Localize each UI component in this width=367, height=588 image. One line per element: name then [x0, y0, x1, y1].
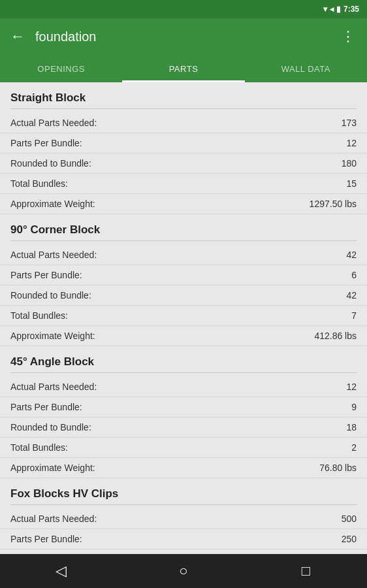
data-row: Approximate Weight:76.80 lbs: [0, 458, 367, 478]
row-label: Approximate Weight:: [10, 463, 95, 473]
section-1: 90° Corner Block: [0, 214, 367, 245]
nav-home-button[interactable]: ○: [164, 558, 203, 584]
row-value: 412.86 lbs: [314, 331, 357, 341]
app-title: foundation: [35, 29, 341, 44]
section-divider-3: [10, 504, 357, 505]
section-divider-1: [10, 240, 357, 241]
row-label: Rounded to Bundle:: [10, 422, 91, 433]
row-label: Rounded to Bundle:: [10, 158, 91, 169]
section-title-0: Straight Block: [10, 91, 357, 105]
row-label: Parts Per Bundle:: [10, 402, 82, 412]
tab-wall-data[interactable]: Wall Data: [245, 55, 367, 82]
row-value: 42: [346, 290, 357, 301]
data-row: Actual Parts Needed:500: [0, 509, 367, 529]
row-label: Total Bundles:: [10, 442, 68, 453]
status-icons: ▾ ◂ ▮ 7:35: [323, 5, 359, 14]
data-row: Rounded to Bundle:500: [0, 549, 367, 554]
tab-parts[interactable]: Parts: [122, 55, 244, 82]
section-title-2: 45° Angle Block: [10, 355, 357, 368]
signal-icon: ◂: [330, 5, 334, 14]
wifi-icon: ▾: [323, 5, 327, 14]
nav-recents-button[interactable]: □: [286, 558, 325, 584]
section-title-3: Fox Blocks HV Clips: [10, 487, 357, 500]
row-label: Total Bundles:: [10, 310, 68, 321]
data-row: Total Bundles:2: [0, 438, 367, 458]
row-label: Actual Parts Needed:: [10, 118, 97, 128]
section-divider-0: [10, 108, 357, 109]
section-2: 45° Angle Block: [0, 346, 367, 377]
row-value: 250: [342, 534, 357, 544]
row-label: Actual Parts Needed:: [10, 382, 97, 392]
row-label: Parts Per Bundle:: [10, 138, 82, 148]
nav-back-button[interactable]: ◁: [42, 558, 81, 584]
data-row: Parts Per Bundle:6: [0, 265, 367, 286]
row-value: 9: [351, 402, 357, 412]
data-row: Parts Per Bundle:12: [0, 133, 367, 154]
row-value: 12: [346, 382, 357, 392]
data-row: Approximate Weight:1297.50 lbs: [0, 194, 367, 214]
app-bar: ← foundation ⋮: [0, 18, 367, 55]
time: 7:35: [343, 5, 359, 14]
row-label: Rounded to Bundle:: [10, 290, 91, 301]
content-area: Straight BlockActual Parts Needed:173Par…: [0, 82, 367, 554]
data-row: Rounded to Bundle:18: [0, 417, 367, 438]
data-row: Actual Parts Needed:42: [0, 245, 367, 265]
data-row: Approximate Weight:412.86 lbs: [0, 326, 367, 346]
row-value: 180: [342, 158, 357, 169]
data-row: Actual Parts Needed:12: [0, 377, 367, 397]
row-value: 18: [346, 422, 357, 433]
row-value: 2: [351, 442, 357, 453]
row-label: Approximate Weight:: [10, 199, 95, 209]
row-label: Actual Parts Needed:: [10, 250, 97, 260]
data-row: Total Bundles:7: [0, 306, 367, 326]
data-row: Rounded to Bundle:42: [0, 286, 367, 306]
row-label: Parts Per Bundle:: [10, 270, 82, 280]
data-row: Actual Parts Needed:173: [0, 113, 367, 133]
row-value: 15: [346, 178, 357, 189]
battery-icon: ▮: [336, 5, 341, 14]
row-value: 12: [346, 138, 357, 148]
tab-openings[interactable]: Openings: [0, 55, 122, 82]
back-button[interactable]: ←: [10, 28, 25, 45]
section-3: Fox Blocks HV Clips: [0, 478, 367, 509]
row-value: 42: [346, 250, 357, 260]
section-divider-2: [10, 372, 357, 373]
data-row: Rounded to Bundle:180: [0, 154, 367, 174]
section-title-1: 90° Corner Block: [10, 223, 357, 237]
data-row: Parts Per Bundle:9: [0, 397, 367, 417]
tab-bar: Openings Parts Wall Data: [0, 55, 367, 82]
row-label: Actual Parts Needed:: [10, 514, 97, 524]
data-row: Parts Per Bundle:250: [0, 529, 367, 549]
row-label: Total Bundles:: [10, 178, 68, 189]
row-value: 76.80 lbs: [319, 463, 357, 473]
row-value: 500: [342, 514, 357, 524]
bottom-nav: ◁ ○ □: [0, 554, 367, 588]
section-0: Straight Block: [0, 82, 367, 113]
row-label: Approximate Weight:: [10, 331, 95, 341]
row-label: Parts Per Bundle:: [10, 534, 82, 544]
row-value: 1297.50 lbs: [310, 199, 357, 209]
row-value: 7: [351, 310, 357, 321]
row-value: 173: [342, 118, 357, 128]
status-bar: ▾ ◂ ▮ 7:35: [0, 0, 367, 18]
menu-button[interactable]: ⋮: [341, 28, 357, 45]
row-value: 6: [351, 270, 357, 280]
data-row: Total Bundles:15: [0, 174, 367, 194]
